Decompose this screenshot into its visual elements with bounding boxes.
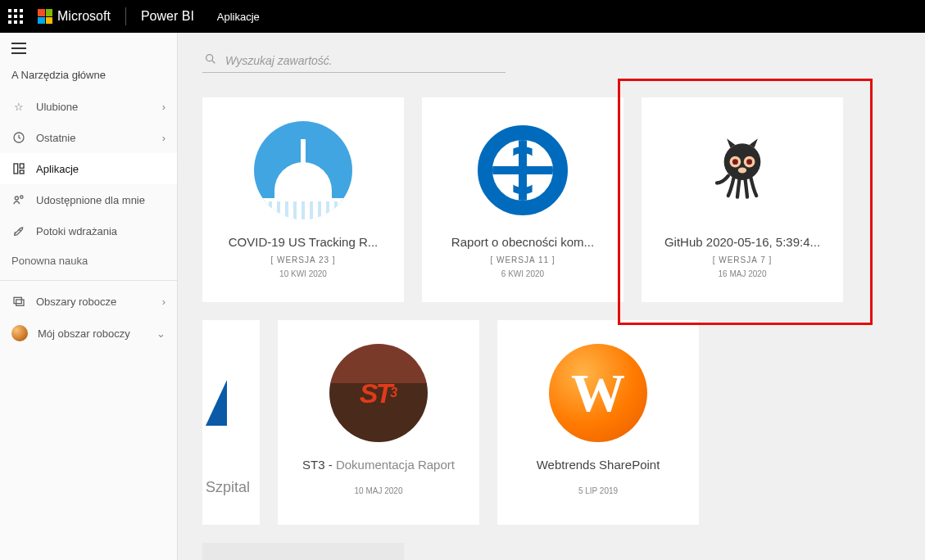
sidebar-item-label: Aplikacje <box>36 163 79 175</box>
app-launcher-icon[interactable] <box>8 9 23 24</box>
app-card-szpital-partial[interactable]: Szpital <box>202 320 260 525</box>
svg-point-14 <box>738 168 746 174</box>
sidebar-item-apps[interactable]: Aplikacje <box>0 153 177 184</box>
appsource-card[interactable]: Uzyskaj więcej aplikacji z usługi Micros… <box>202 543 404 560</box>
app-title: Webtrends SharePoint <box>537 458 660 472</box>
hamburger-icon <box>11 43 26 54</box>
sidebar: A Narzędzia główne ☆ Ulubione › Ostatnie… <box>0 33 178 560</box>
breadcrumb: Aplikacje <box>217 11 260 23</box>
app-card-github[interactable]: GitHub 2020-05-16, 5:39:4... [ WERSJA 7 … <box>642 97 843 302</box>
search-input[interactable] <box>225 54 504 67</box>
svg-rect-6 <box>14 297 21 303</box>
svg-point-9 <box>724 143 761 180</box>
app-title: GitHub 2020-05-16, 5:39:4... <box>664 235 820 249</box>
sidebar-item-shared[interactable]: Udostępnione dla mnie <box>0 184 177 215</box>
app-title-suffix: Dokumentacja Raport <box>336 458 455 472</box>
apps-icon <box>11 161 26 176</box>
app-date: 6 KWI 2020 <box>501 269 544 278</box>
clock-icon <box>11 130 26 145</box>
product-name[interactable]: Power BI <box>141 9 194 24</box>
search-box[interactable] <box>202 49 506 73</box>
app-card-covid[interactable]: COVID-19 US Tracking R... [ WERSJA 23 ] … <box>202 97 404 302</box>
microsoft-logo: Microsoft <box>38 9 111 24</box>
chevron-right-icon: › <box>162 101 166 113</box>
app-card-raport[interactable]: Raport o obecności kom... [ WERSJA 11 ] … <box>422 97 623 302</box>
app-date: 10 MAJ 2020 <box>355 486 403 495</box>
svg-point-13 <box>746 159 752 165</box>
sidebar-item-workspaces[interactable]: Obszary robocze › <box>0 286 177 317</box>
app-thumb <box>689 117 796 224</box>
sidebar-item-label: Obszary robocze <box>36 296 116 308</box>
app-title-prefix: ST3 - <box>302 458 336 472</box>
svg-point-12 <box>732 159 738 165</box>
app-version: [ WERSJA 7 ] <box>713 255 773 264</box>
app-card-st3[interactable]: ST3 ST3 - Dokumentacja Raport 10 MAJ 202… <box>278 320 479 525</box>
sidebar-item-label: Ulubione <box>36 101 78 113</box>
top-bar: Microsoft Power BI Aplikacje <box>0 0 925 33</box>
star-icon: ☆ <box>11 99 26 114</box>
header-divider <box>125 7 126 25</box>
app-date: 10 KWI 2020 <box>279 269 327 278</box>
svg-rect-7 <box>16 300 24 305</box>
app-title: ST3 - Dokumentacja Raport <box>302 458 455 472</box>
microsoft-text: Microsoft <box>57 9 111 24</box>
avatar-icon <box>11 325 28 341</box>
webtrends-icon: W <box>549 344 647 442</box>
sidebar-item-label: Udostępnione dla mnie <box>36 194 145 206</box>
chevron-right-icon: › <box>162 296 166 308</box>
svg-point-4 <box>15 196 18 200</box>
sidebar-separator <box>0 280 177 281</box>
app-thumb: ST3 <box>325 340 432 446</box>
rocket-icon <box>11 224 26 238</box>
app-version: [ WERSJA 11 ] <box>490 255 555 264</box>
triangle-icon <box>206 380 227 426</box>
app-thumb <box>250 117 356 224</box>
partial-thumb <box>206 350 227 456</box>
app-title: Raport o obecności kom... <box>451 235 594 249</box>
app-thumb: W <box>545 340 651 446</box>
sidebar-item-label: Potoki wdrażania <box>36 225 117 237</box>
sidebar-item-label: Ostatnie <box>36 132 75 144</box>
svg-rect-3 <box>20 170 24 174</box>
sidebar-item-relearn[interactable]: Ponowna nauka <box>0 246 177 275</box>
octocat-icon <box>705 133 779 207</box>
svg-point-8 <box>206 55 213 61</box>
sidebar-item-my-workspace[interactable]: Mój obszar roboczy ⌄ <box>0 317 177 350</box>
globe-icon <box>478 125 568 215</box>
app-card-webtrends[interactable]: W Webtrends SharePoint 5 LIP 2019 <box>497 320 699 525</box>
app-version: [ WERSJA 23 ] <box>270 255 335 264</box>
svg-rect-2 <box>20 164 24 168</box>
microsoft-icon <box>38 9 52 24</box>
sidebar-item-label: Mój obszar roboczy <box>38 327 130 340</box>
sidebar-item-pipelines[interactable]: Potoki wdrażania <box>0 215 177 246</box>
svg-point-5 <box>20 196 23 198</box>
svg-rect-1 <box>14 164 18 174</box>
main-content: COVID-19 US Tracking R... [ WERSJA 23 ] … <box>178 33 925 560</box>
app-date: 16 MAJ 2020 <box>719 269 767 278</box>
sidebar-item-home[interactable]: A Narzędzia główne <box>0 64 177 91</box>
sidebar-item-recent[interactable]: Ostatnie › <box>0 122 177 153</box>
app-title: Szpital <box>206 479 250 496</box>
app-date: 5 LIP 2019 <box>578 486 618 495</box>
apps-grid: COVID-19 US Tracking R... [ WERSJA 23 ] … <box>202 97 900 560</box>
sidebar-item-favorites[interactable]: ☆ Ulubione › <box>0 91 177 122</box>
capitol-icon <box>254 121 352 219</box>
chevron-right-icon: › <box>162 132 166 144</box>
st3-icon: ST3 <box>329 344 428 442</box>
app-title: COVID-19 US Tracking R... <box>229 235 379 249</box>
share-icon <box>11 192 26 207</box>
chevron-down-icon: ⌄ <box>156 327 166 340</box>
app-thumb <box>469 117 576 224</box>
search-icon <box>204 52 217 69</box>
workspaces-icon <box>11 294 26 309</box>
nav-toggle-button[interactable] <box>0 33 177 64</box>
